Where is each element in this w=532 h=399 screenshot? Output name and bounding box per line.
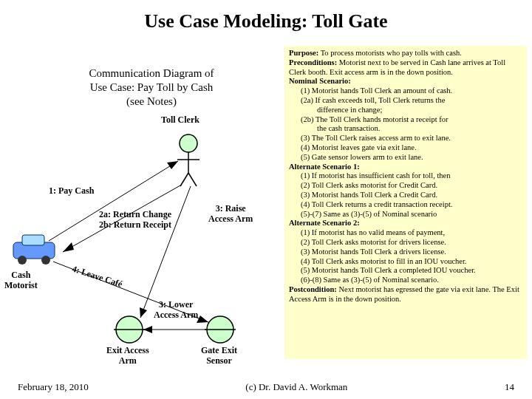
alt1-4: (4) Toll Clerk returns a credit transact… [289,200,522,210]
svg-point-0 [180,134,197,152]
alt2-2: (2) Toll Clerk asks motorist for drivers… [289,238,522,248]
alt2-5: (5) Motorist hands Toll Clerk a complete… [289,266,522,276]
purpose-text: To process motorists who pay tolls with … [318,49,462,57]
alt2-4: (4) Toll Clerk asks motorist to fill in … [289,257,522,267]
page-title: Use Case Modeling: Toll Gate [0,0,532,33]
nominal-2a: (2a) If cash exceeds toll, Toll Clerk re… [289,96,522,106]
label-msg2a: 2a: Return Change [99,210,171,220]
nominal-1: (1) Motorist hands Toll Clerk an amount … [289,86,522,96]
left-column: Communication Diagram of Use Case: Pay T… [0,44,281,355]
svg-marker-19 [63,242,74,252]
footer: February 18, 2010 (c) Dr. David A. Workm… [0,381,532,393]
alt1-3: (3) Motorist hands Toll Clerk a Credit C… [289,191,522,200]
label-msg3-lower: 3: Lower Access Arm [154,300,198,321]
label-msg2b: 2b: Return Receipt [99,220,171,231]
diagram-svg [0,115,281,366]
spec-panel: Purpose: To process motorists who pay to… [284,46,527,359]
alt1-label: Alternate Scenario 1: [289,163,360,171]
alt2-label: Alternate Scenario 2: [289,219,360,227]
communication-diagram: Toll Clerk 1: Pay Cash 2a: Return Change… [0,115,281,366]
post-label: Postcondition: [289,285,337,293]
alt1-2: (2) Toll Clerk asks motorist for Credit … [289,181,522,191]
alt2-1: (1) If motorist has no valid means of pa… [289,228,522,238]
svg-marker-18 [167,161,178,169]
footer-date: February 18, 2010 [18,381,89,393]
svg-line-3 [180,173,188,186]
svg-rect-6 [22,235,44,245]
svg-line-15 [140,186,191,318]
nominal-3: (3) The Toll Clerk raises access arm to … [289,134,522,143]
svg-marker-22 [143,326,152,333]
nominal-2b: (2b) The Toll Clerk hands motorist a rec… [289,115,522,125]
label-msg3-raise: 3: Raise Access Arm [208,204,253,225]
nominal-2b-cont: the cash transaction. [289,124,522,134]
nominal-5: (5) Gate sensor lowers arm to exit lane. [289,153,522,163]
svg-line-4 [188,173,197,186]
diagram-subtitle: Communication Diagram of Use Case: Pay T… [0,66,281,108]
nominal-label: Nominal Scenario: [289,77,351,85]
svg-point-7 [18,256,27,265]
label-msg1: 1: Pay Cash [49,186,94,197]
preconditions-label: Preconditions: [289,58,337,66]
label-gate-sensor: Gate Exit Sensor [201,346,237,366]
svg-marker-20 [140,307,147,318]
label-exit-arm: Exit Access Arm [106,346,149,366]
label-cash-motorist: Cash Motorist [4,270,38,291]
alt2-6: (6)-(8) Same as (3)-(5) of Nominal scena… [289,276,522,285]
label-toll-clerk: Toll Clerk [161,115,200,126]
nominal-2a-cont: difference in change; [289,106,522,115]
svg-marker-21 [197,316,208,323]
nominal-4: (4) Motorist leaves gate via exit lane. [289,143,522,153]
alt1-1: (1) If motorist has insufficient cash fo… [289,171,522,181]
footer-copyright: (c) Dr. David A. Workman [245,381,347,393]
purpose-label: Purpose: [289,49,318,57]
footer-page: 14 [505,381,514,393]
svg-point-8 [41,256,50,265]
alt2-3: (3) Motorist hands Toll Clerk a drivers … [289,248,522,257]
alt1-5: (5)-(7) Same as (3)-(5) of Nominal scena… [289,210,522,219]
